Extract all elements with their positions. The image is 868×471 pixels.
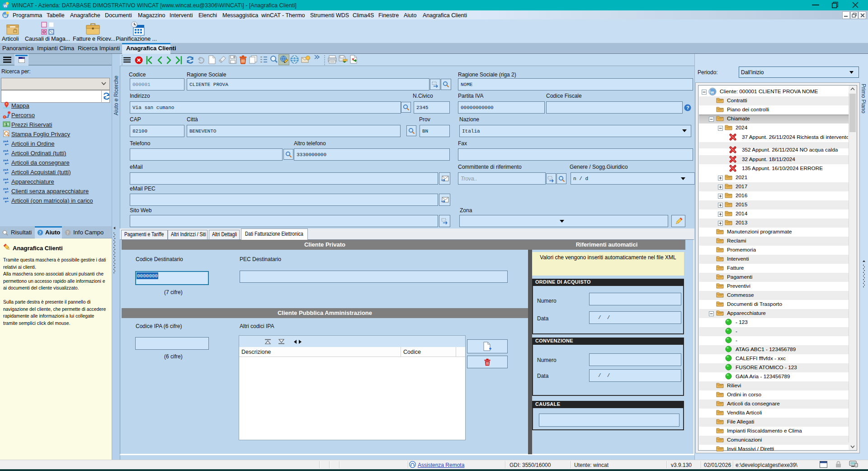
svg-text:$: $ (5, 122, 8, 127)
svg-text:?: ? (66, 230, 69, 235)
svg-text:w: w (3, 3, 7, 8)
svg-text:?: ? (686, 105, 689, 110)
svg-text:?: ? (39, 230, 41, 235)
svg-text:w: w (710, 90, 714, 95)
